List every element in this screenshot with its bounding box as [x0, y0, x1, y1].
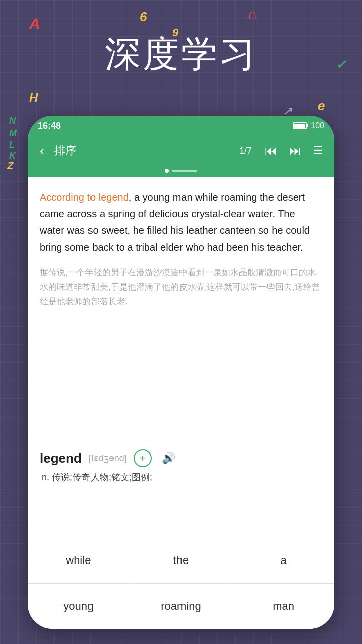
- battery-body: [293, 122, 307, 129]
- next-button[interactable]: ⏭: [286, 142, 304, 160]
- content-area: According to legend, a young man while r…: [28, 177, 334, 439]
- float-letter-12: Z: [7, 160, 13, 172]
- answer-a[interactable]: a: [232, 538, 334, 583]
- float-letter-1: 6: [140, 9, 147, 25]
- word-row: legend [lɛdʒənd] + 🔊: [40, 449, 322, 467]
- menu-button[interactable]: ☰: [310, 142, 326, 159]
- phone-mockup: 16:48 100 ‹ 排序 1/7 ⏮ ⏭ ☰ According to le…: [28, 116, 334, 629]
- float-letter-5: e: [318, 98, 325, 114]
- title-section: 深度学习: [0, 30, 362, 78]
- app-bar: ‹ 排序 1/7 ⏮ ⏭ ☰: [28, 136, 334, 166]
- highlight-word[interactable]: According to legend: [40, 192, 129, 203]
- dot-indicator: [28, 166, 334, 177]
- word-term: legend: [40, 451, 82, 466]
- answer-grid: while the a young roaming man: [28, 538, 334, 629]
- page-indicator: 1/7: [239, 146, 252, 156]
- prev-button[interactable]: ⏮: [262, 142, 280, 160]
- float-letter-9: L: [9, 140, 15, 150]
- answer-man[interactable]: man: [232, 584, 334, 629]
- passage-text: According to legend, a young man while r…: [40, 189, 322, 256]
- float-letter-8: M: [9, 128, 17, 139]
- word-sound-button[interactable]: 🔊: [159, 449, 179, 467]
- word-phonetic: [lɛdʒənd]: [89, 453, 127, 464]
- translation-text: 据传说,一个年轻的男子在漫游沙漠途中看到一泉如水晶般清澈而可口的水.水的味道非常…: [40, 266, 322, 309]
- word-definition: n. 传说;传奇人物;铭文;图例;: [40, 471, 322, 484]
- dot-1: [165, 169, 169, 173]
- battery-level: 100: [311, 121, 324, 130]
- word-detail: legend [lɛdʒənd] + 🔊 n. 传说;传奇人物;铭文;图例;: [28, 439, 334, 490]
- float-letter-0: A: [29, 15, 40, 32]
- float-letter-7: N: [9, 116, 16, 126]
- answer-roaming[interactable]: roaming: [130, 584, 232, 629]
- float-letter-2: ∩: [247, 6, 257, 22]
- status-bar: 16:48 100: [28, 116, 334, 136]
- main-title: 深度学习: [0, 30, 362, 78]
- answer-the[interactable]: the: [130, 538, 232, 583]
- back-button[interactable]: ‹: [36, 141, 48, 161]
- app-bar-title: 排序: [54, 143, 233, 158]
- answer-young[interactable]: young: [28, 584, 130, 629]
- status-right: 100: [293, 121, 324, 130]
- status-time: 16:48: [38, 121, 61, 131]
- dot-line: [172, 170, 197, 172]
- word-add-button[interactable]: +: [134, 449, 152, 467]
- answer-while[interactable]: while: [28, 538, 130, 583]
- battery-icon: [293, 122, 307, 129]
- float-letter-4: H: [29, 91, 38, 105]
- battery-fill: [294, 124, 305, 128]
